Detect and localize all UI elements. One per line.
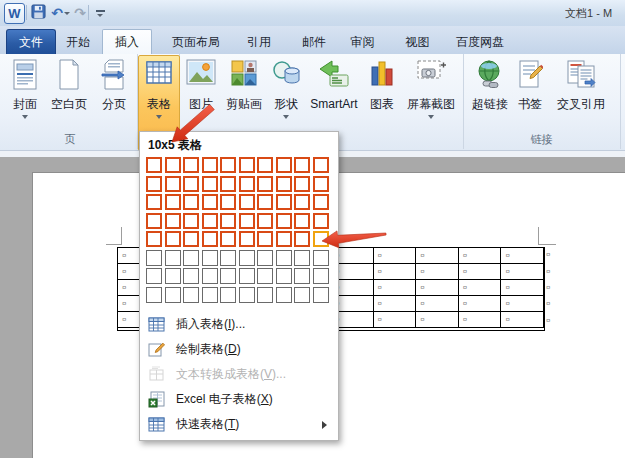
page-break-button[interactable]: 分页 xyxy=(93,56,135,111)
smartart-button[interactable]: SmartArt xyxy=(305,56,363,111)
table-grid-cell[interactable] xyxy=(294,268,310,284)
table-grid-cell[interactable] xyxy=(276,157,292,173)
document-table-cell[interactable]: ¤ xyxy=(374,280,417,296)
table-grid-cell[interactable] xyxy=(276,176,292,192)
table-grid-cell[interactable] xyxy=(257,213,273,229)
table-grid-cell[interactable] xyxy=(294,157,310,173)
table-grid-cell[interactable] xyxy=(202,287,218,303)
document-table-cell[interactable]: ¤ xyxy=(459,248,502,264)
table-grid-cell[interactable] xyxy=(146,157,162,173)
table-grid-cell[interactable] xyxy=(239,287,255,303)
customize-quick-access-button[interactable] xyxy=(91,4,109,22)
chevron-down-icon[interactable] xyxy=(156,115,162,119)
table-grid-cell[interactable] xyxy=(313,157,329,173)
table-grid-cell[interactable] xyxy=(220,194,236,210)
table-grid-cell[interactable] xyxy=(294,176,310,192)
table-grid-cell[interactable] xyxy=(146,287,162,303)
table-grid-cell[interactable] xyxy=(165,250,181,266)
tab-view[interactable]: 视图 xyxy=(396,30,439,54)
tab-references[interactable]: 引用 xyxy=(238,30,280,54)
word-app-icon[interactable]: W xyxy=(4,3,25,24)
document-table-cell[interactable]: ¤ xyxy=(459,280,502,296)
table-grid-cell[interactable] xyxy=(257,176,273,192)
document-table-cell[interactable]: ¤ xyxy=(416,248,459,264)
table-grid-cell[interactable] xyxy=(183,194,199,210)
table-grid-cell[interactable] xyxy=(276,213,292,229)
table-grid-cell[interactable] xyxy=(183,157,199,173)
table-grid-cell[interactable] xyxy=(220,176,236,192)
document-table-cell[interactable]: ¤ xyxy=(416,312,459,328)
picture-button[interactable]: 图片 xyxy=(182,56,220,111)
table-grid-cell[interactable] xyxy=(257,194,273,210)
table-grid-cell[interactable] xyxy=(202,268,218,284)
bookmark-button[interactable]: 书签 xyxy=(513,56,547,111)
table-grid-cell[interactable] xyxy=(257,157,273,173)
document-table-cell[interactable]: ¤ xyxy=(374,296,417,312)
table-grid-cell[interactable] xyxy=(257,250,273,266)
table-grid-cell[interactable] xyxy=(165,268,181,284)
table-grid-cell[interactable] xyxy=(294,250,310,266)
table-grid-cell[interactable] xyxy=(165,287,181,303)
table-grid-cell[interactable] xyxy=(313,213,329,229)
menu-item-quick-tables[interactable]: 快速表格(T) xyxy=(141,412,336,437)
redo-button[interactable]: ↷ xyxy=(71,4,89,22)
table-grid-cell[interactable] xyxy=(183,176,199,192)
table-grid-cell[interactable] xyxy=(146,194,162,210)
table-grid-cell[interactable] xyxy=(294,194,310,210)
document-table-cell[interactable]: ¤ xyxy=(374,312,417,328)
table-grid-cell[interactable] xyxy=(146,176,162,192)
shapes-button[interactable]: 形状 xyxy=(268,56,304,119)
table-grid-cell[interactable] xyxy=(257,287,273,303)
table-grid-cell[interactable] xyxy=(313,250,329,266)
table-grid-cell[interactable] xyxy=(239,268,255,284)
table-grid-cell[interactable] xyxy=(165,157,181,173)
chevron-down-icon[interactable] xyxy=(428,115,434,119)
table-grid-cell[interactable] xyxy=(183,268,199,284)
table-grid-cell[interactable] xyxy=(257,268,273,284)
table-grid-cell[interactable] xyxy=(165,194,181,210)
table-grid-cell[interactable] xyxy=(220,213,236,229)
table-grid-cell[interactable] xyxy=(239,176,255,192)
tab-mailings[interactable]: 邮件 xyxy=(292,30,336,54)
table-grid-cell[interactable] xyxy=(220,231,236,247)
table-grid-cell[interactable] xyxy=(183,250,199,266)
table-grid-cell[interactable] xyxy=(313,287,329,303)
document-table-cell[interactable]: ¤ xyxy=(416,280,459,296)
document-table-cell[interactable]: ¤ xyxy=(459,312,502,328)
table-grid-cell[interactable] xyxy=(202,194,218,210)
table-grid-cell[interactable] xyxy=(202,176,218,192)
document-table-cell[interactable]: ¤ xyxy=(501,296,544,312)
table-grid-cell[interactable] xyxy=(239,231,255,247)
table-grid-cell[interactable] xyxy=(202,250,218,266)
table-grid-cell[interactable] xyxy=(276,287,292,303)
table-grid-cell[interactable] xyxy=(202,231,218,247)
document-table-cell[interactable]: ¤ xyxy=(374,248,417,264)
tab-review[interactable]: 审阅 xyxy=(341,30,384,54)
table-grid-cell[interactable] xyxy=(183,287,199,303)
document-table-cell[interactable]: ¤ xyxy=(501,264,544,280)
table-grid-cell[interactable] xyxy=(239,213,255,229)
table-grid-cell[interactable] xyxy=(146,268,162,284)
table-grid-cell[interactable] xyxy=(313,194,329,210)
document-table-cell[interactable]: ¤ xyxy=(501,280,544,296)
table-grid-cell[interactable] xyxy=(276,194,292,210)
table-grid-cell[interactable] xyxy=(146,213,162,229)
document-table-cell[interactable]: ¤ xyxy=(416,264,459,280)
table-grid-cell[interactable] xyxy=(257,231,273,247)
document-table-cell[interactable]: ¤ xyxy=(501,248,544,264)
table-grid-cell[interactable] xyxy=(294,213,310,229)
cover-page-button[interactable]: 封面 xyxy=(5,56,45,119)
table-grid-cell[interactable] xyxy=(165,231,181,247)
menu-item-draw-table[interactable]: 绘制表格(D) xyxy=(141,337,336,362)
table-grid-cell[interactable] xyxy=(276,268,292,284)
table-grid-cell[interactable] xyxy=(183,231,199,247)
table-grid-cell[interactable] xyxy=(202,157,218,173)
tab-home[interactable]: 开始 xyxy=(58,30,98,54)
hyperlink-button[interactable]: 超链接 xyxy=(467,56,513,111)
table-grid-cell[interactable] xyxy=(220,268,236,284)
table-grid-cell[interactable] xyxy=(220,250,236,266)
chevron-down-icon[interactable] xyxy=(283,115,289,119)
table-grid-cell[interactable] xyxy=(239,250,255,266)
document-table-cell[interactable]: ¤ xyxy=(459,296,502,312)
menu-item-insert-table[interactable]: 插入表格(I)... xyxy=(141,312,336,337)
